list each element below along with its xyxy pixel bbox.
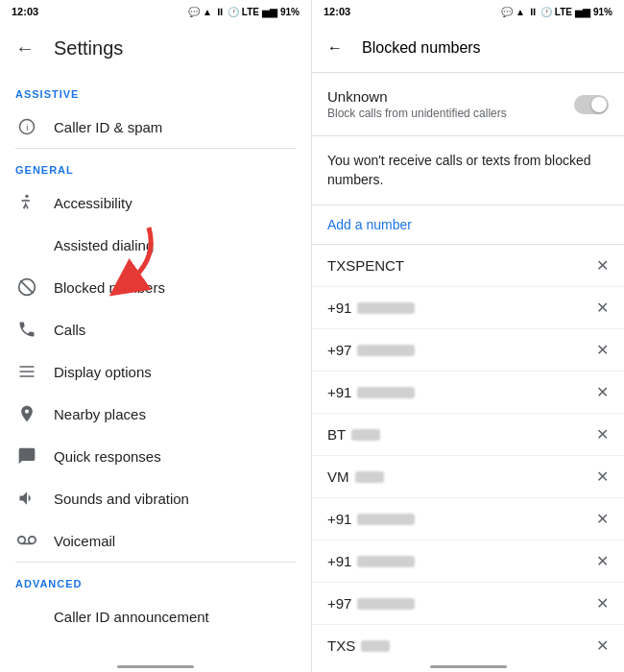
blocked-numbers-panel: 12:03 💬 ▲ ⏸ 🕐 LTE ▅▆ 91% ← Blocked numbe…: [312, 0, 624, 672]
remove-button-4[interactable]: ✕: [596, 383, 609, 401]
svg-line-4: [20, 280, 33, 293]
alarm-icon: 🕐: [228, 7, 239, 17]
alarm-icon-r: 🕐: [540, 7, 552, 17]
scroll-indicator-left: [117, 665, 194, 668]
svg-point-2: [25, 195, 28, 198]
section-assistive: ASSISTIVE: [0, 73, 311, 106]
blocked-numbers-list: TXSPENCT ✕ +91 ✕ +97 ✕ +91 ✕ BT ✕ VM ✕ +…: [312, 245, 624, 661]
settings-panel: 12:03 💬 ▲ ⏸ 🕐 LTE ▅▆ 91% ← Settings ASSI…: [0, 0, 312, 672]
blocked-numbers-label: Blocked numbers: [54, 279, 165, 296]
battery-left: 91%: [280, 7, 300, 17]
remove-button-1[interactable]: ✕: [596, 256, 609, 275]
remove-button-10[interactable]: ✕: [596, 636, 609, 655]
blocked-number-8: +91: [327, 553, 415, 569]
sidebar-item-quick-responses[interactable]: Quick responses: [0, 435, 311, 477]
lte-icon-r: LTE: [555, 7, 572, 17]
settings-header: ← Settings: [0, 23, 311, 73]
calls-label: Calls: [54, 322, 85, 338]
status-icons-left: 💬 ▲ ⏸ 🕐 LTE ▅▆ 91%: [188, 7, 300, 17]
settings-list: ASSISTIVE i Caller ID & spam GENERAL Acc…: [0, 73, 311, 661]
sounds-vibration-label: Sounds and vibration: [54, 491, 189, 507]
voicemail-icon: [15, 529, 38, 552]
sidebar-item-calls[interactable]: Calls: [0, 308, 311, 350]
accessibility-label: Accessibility: [54, 195, 132, 211]
pause-icon-r: ⏸: [528, 7, 538, 17]
table-row: +97 ✕: [312, 329, 624, 372]
blocked-numbers-header: ← Blocked numbers: [312, 23, 624, 73]
blocked-number-5: BT: [327, 426, 380, 443]
blocked-numbers-title: Blocked numbers: [362, 39, 481, 57]
blocked-number-6: VM: [327, 468, 384, 485]
voicemail-label: Voicemail: [54, 533, 115, 549]
back-button-right[interactable]: ←: [327, 39, 343, 57]
caller-id-label: Caller ID & spam: [54, 119, 162, 135]
nearby-places-label: Nearby places: [54, 406, 146, 422]
sidebar-item-display-options[interactable]: Display options: [0, 350, 311, 393]
back-button-left[interactable]: ←: [15, 37, 35, 60]
quick-responses-label: Quick responses: [54, 448, 161, 465]
settings-title: Settings: [54, 37, 123, 60]
table-row: +91 ✕: [312, 287, 624, 329]
sidebar-item-accessibility[interactable]: Accessibility: [0, 181, 311, 224]
table-row: TXS ✕: [312, 625, 624, 661]
nearby-places-icon: [15, 402, 38, 425]
status-icons-right: 💬 ▲ ⏸ 🕐 LTE ▅▆ 91%: [501, 7, 612, 17]
table-row: BT ✕: [312, 414, 624, 456]
sidebar-item-nearby-places[interactable]: Nearby places: [0, 393, 311, 435]
status-bar-right: 12:03 💬 ▲ ⏸ 🕐 LTE ▅▆ 91%: [312, 0, 624, 23]
blocked-number-2: +91: [327, 300, 415, 316]
sounds-vibration-icon: [15, 487, 38, 510]
remove-button-6[interactable]: ✕: [596, 468, 609, 486]
location-icon: ▲: [203, 7, 212, 17]
blocked-numbers-icon: [15, 276, 38, 299]
sidebar-item-sounds-vibration[interactable]: Sounds and vibration: [0, 477, 311, 519]
blocked-number-9: +97: [327, 595, 415, 612]
remove-button-2[interactable]: ✕: [596, 299, 609, 317]
remove-button-7[interactable]: ✕: [596, 510, 609, 528]
remove-button-5[interactable]: ✕: [596, 425, 609, 444]
unknown-toggle[interactable]: [574, 95, 609, 114]
remove-button-3[interactable]: ✕: [596, 341, 609, 359]
assisted-dialing-label: Assisted dialing: [54, 237, 154, 253]
unknown-title: Unknown: [327, 88, 507, 105]
table-row: +97 ✕: [312, 583, 624, 625]
battery-right: 91%: [593, 7, 612, 17]
sidebar-item-assisted-dialing[interactable]: Assisted dialing: [0, 224, 311, 266]
caller-id-ann-label: Caller ID announcement: [54, 609, 209, 625]
display-options-icon: [15, 360, 38, 383]
sidebar-item-caller-id[interactable]: i Caller ID & spam: [0, 106, 311, 148]
table-row: TXSPENCT ✕: [312, 245, 624, 287]
blocked-number-3: +97: [327, 342, 415, 358]
blocked-number-1: TXSPENCT: [327, 257, 404, 274]
remove-button-8[interactable]: ✕: [596, 552, 609, 570]
add-number-button[interactable]: Add a number: [312, 205, 624, 245]
accessibility-icon: [15, 191, 38, 214]
unknown-toggle-section: Unknown Block calls from unidentified ca…: [312, 73, 624, 136]
pause-icon: ⏸: [215, 7, 225, 17]
unknown-text: Unknown Block calls from unidentified ca…: [327, 88, 507, 120]
table-row: +91 ✕: [312, 540, 624, 583]
signal-icon: ▅▆: [262, 7, 277, 17]
assisted-dialing-icon: [15, 233, 38, 256]
caller-id-icon: i: [15, 115, 38, 138]
table-row: VM ✕: [312, 456, 624, 498]
whatsapp-icon: 💬: [188, 7, 200, 17]
sidebar-item-voicemail[interactable]: Voicemail: [0, 519, 311, 562]
lte-icon: LTE: [242, 7, 259, 17]
unknown-subtitle: Block calls from unidentified callers: [327, 107, 507, 120]
quick-responses-icon: [15, 444, 38, 468]
remove-button-9[interactable]: ✕: [596, 594, 609, 612]
svg-text:i: i: [26, 122, 28, 132]
section-advanced: ADVANCED: [0, 563, 311, 595]
signal-icon-r: ▅▆: [575, 7, 590, 17]
table-row: +91 ✕: [312, 498, 624, 540]
whatsapp-icon-r: 💬: [501, 7, 513, 17]
display-options-label: Display options: [54, 364, 152, 380]
status-bar-left: 12:03 💬 ▲ ⏸ 🕐 LTE ▅▆ 91%: [0, 0, 311, 23]
table-row: +91 ✕: [312, 372, 624, 414]
sidebar-item-caller-id-ann[interactable]: Caller ID announcement: [0, 595, 311, 637]
caller-id-ann-icon: [15, 605, 38, 628]
blocked-number-7: +91: [327, 511, 415, 527]
sidebar-item-blocked-numbers[interactable]: Blocked numbers: [0, 266, 311, 308]
blocked-number-10: TXS: [327, 637, 390, 654]
